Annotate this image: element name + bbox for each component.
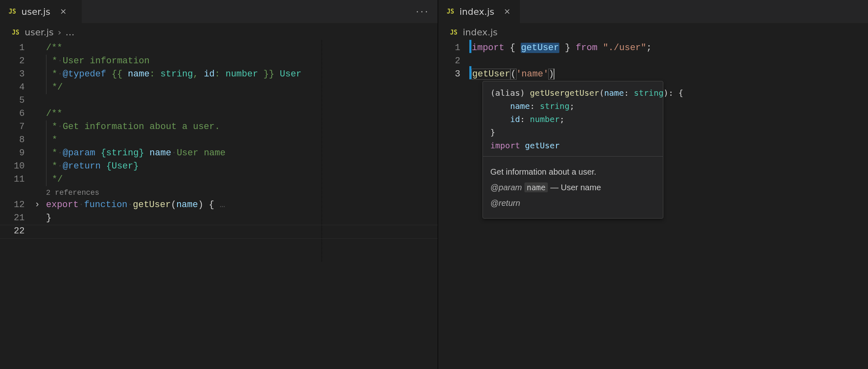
line-number: 12 — [0, 198, 35, 212]
javascript-file-icon: JS — [11, 28, 21, 37]
code-line: /** — [46, 42, 62, 55]
tab-bar-right: JS index.js — [438, 0, 868, 23]
line-number: 3 — [438, 68, 467, 81]
line-number: 4 — [0, 81, 35, 94]
modified-gutter-marker — [469, 40, 471, 53]
tab-title: user.js — [21, 7, 51, 17]
javascript-file-icon: JS — [446, 7, 455, 16]
line-number: 10 — [0, 160, 35, 173]
code-line: * — [46, 134, 57, 147]
breadcrumb-rest: … — [65, 27, 74, 37]
modified-gutter-marker — [469, 66, 471, 79]
line-number: 3 — [0, 68, 35, 81]
code-line: */ — [46, 81, 63, 94]
fold-icon[interactable]: › — [35, 198, 46, 212]
code-line: *·@return {User} — [46, 160, 139, 173]
code-line: import { getUser } from "./user"; — [472, 42, 652, 55]
close-icon[interactable] — [59, 7, 68, 16]
line-number: 2 — [0, 55, 35, 68]
hover-signature: (alias) getUsergetUser(name: string): { … — [483, 81, 663, 156]
code-lens[interactable]: 2 references — [0, 186, 438, 198]
line-number: 1 — [438, 42, 467, 55]
line-number: 9 — [0, 147, 35, 160]
code-line: *·@typedef {{ name: string, id: number }… — [46, 68, 302, 81]
line-number: 5 — [0, 94, 35, 107]
line-number: 8 — [0, 134, 35, 147]
code-line: */ — [46, 173, 63, 186]
tab-title: index.js — [459, 7, 494, 17]
close-icon[interactable] — [503, 7, 512, 16]
code-line: *·Get information about a user. — [46, 120, 220, 134]
tab-actions-more-icon[interactable]: ··· — [408, 0, 438, 23]
line-number: 22 — [0, 225, 35, 238]
code-line: *·@param {string} name·User name — [46, 147, 226, 160]
code-line: export·function·getUser(name) { … — [46, 198, 225, 212]
javascript-file-icon: JS — [7, 7, 17, 16]
breadcrumb-file: user.js — [25, 27, 54, 37]
code-line: /** — [46, 107, 62, 120]
tab-index-js[interactable]: JS index.js — [438, 0, 520, 23]
code-editor-right[interactable]: 1import { getUser } from "./user"; 2 3ge… — [438, 40, 868, 369]
line-number: 6 — [0, 107, 35, 120]
code-line: *·User information — [46, 55, 150, 68]
breadcrumb[interactable]: JS index.js — [438, 23, 868, 40]
tab-bar-left: JS user.js ··· — [0, 0, 438, 23]
line-number: 21 — [0, 212, 35, 225]
hover-documentation: Get information about a user. @param nam… — [483, 156, 663, 218]
chevron-right-icon: › — [58, 27, 62, 37]
javascript-file-icon: JS — [449, 28, 459, 37]
tab-user-js[interactable]: JS user.js — [0, 0, 82, 23]
intellisense-hover: (alias) getUsergetUser(name: string): { … — [482, 81, 663, 219]
line-number: 11 — [0, 173, 35, 186]
code-editor-left[interactable]: 1/** 2 *·User information 3 *·@typedef {… — [0, 40, 438, 369]
editor-pane-right: JS index.js JS index.js 1import { getUse… — [438, 0, 868, 369]
code-line: getUser('name') — [472, 68, 554, 81]
line-number: 2 — [438, 55, 467, 68]
line-number: 7 — [0, 120, 35, 134]
line-number: 1 — [0, 42, 35, 55]
code-line: } — [46, 212, 51, 225]
workspace: JS user.js ··· JS user.js › … 1/** 2 *·U… — [0, 0, 868, 369]
breadcrumb[interactable]: JS user.js › … — [0, 23, 438, 40]
editor-pane-left: JS user.js ··· JS user.js › … 1/** 2 *·U… — [0, 0, 438, 369]
breadcrumb-file: index.js — [463, 27, 498, 37]
